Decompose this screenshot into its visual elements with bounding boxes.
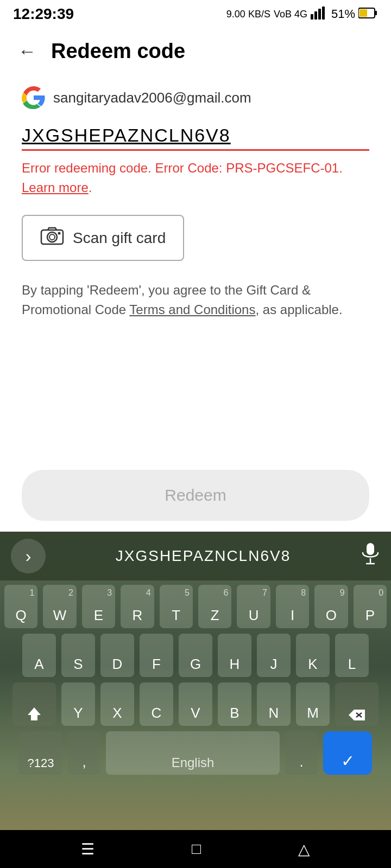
scan-gift-card-label: Scan gift card [73, 229, 166, 247]
key-L[interactable]: L [335, 634, 369, 677]
key-A[interactable]: A [22, 634, 56, 677]
key-Y[interactable]: Y [61, 682, 95, 726]
page-title: Redeem code [51, 40, 185, 63]
redeem-button-label: Redeem [165, 486, 226, 504]
error-text: Error redeeming code. Error Code: PRS-PG… [22, 161, 343, 175]
svg-marker-14 [28, 707, 41, 720]
account-email: sangitaryadav2006@gmail.com [53, 90, 251, 106]
key-G[interactable]: G [179, 634, 212, 677]
enter-key[interactable]: ✓ [323, 731, 372, 775]
nav-home-icon[interactable]: ☰ [81, 840, 94, 858]
svg-rect-5 [375, 11, 377, 15]
status-time: 12:29:39 [13, 5, 74, 23]
nav-recents-icon[interactable]: □ [192, 840, 201, 858]
key-F[interactable]: F [140, 634, 173, 677]
key-E[interactable]: 3E [82, 585, 115, 628]
key-O[interactable]: 9O [314, 585, 348, 628]
key-J[interactable]: J [257, 634, 291, 677]
keyboard-keys: 1Q 2W 3E 4R 5T 6Z 7U 8I 9O 0P A S D F G … [0, 580, 391, 775]
code-input[interactable] [22, 125, 369, 146]
svg-rect-3 [322, 7, 325, 20]
suggestion-expand-button[interactable]: › [11, 539, 46, 573]
back-button[interactable]: ← [13, 37, 41, 65]
content-area: sangitaryadav2006@gmail.com Error redeem… [0, 75, 391, 320]
key-Q[interactable]: 1Q [4, 585, 37, 628]
key-T[interactable]: 5T [160, 585, 193, 628]
network-type: VoB 4G [274, 9, 307, 20]
key-K[interactable]: K [296, 634, 330, 677]
status-icons: 9.00 KB/S VoB 4G 51% [226, 7, 378, 22]
num-toggle-key[interactable]: ?123 [19, 731, 62, 775]
learn-more-link[interactable]: Learn more [22, 180, 89, 195]
period-key[interactable]: . [285, 731, 318, 775]
terms-link[interactable]: Terms and Conditions [129, 302, 255, 317]
key-S[interactable]: S [61, 634, 95, 677]
key-W[interactable]: 2W [43, 585, 76, 628]
key-X[interactable]: X [100, 682, 134, 726]
code-input-wrapper[interactable] [22, 125, 369, 151]
svg-rect-1 [314, 11, 317, 20]
chevron-right-icon: › [26, 546, 31, 566]
signal-icon [311, 7, 328, 22]
svg-rect-2 [318, 9, 321, 20]
key-row-2: A S D F G H J K L [4, 634, 387, 677]
svg-rect-11 [367, 543, 374, 555]
key-H[interactable]: H [218, 634, 251, 677]
svg-marker-15 [349, 710, 365, 720]
key-D[interactable]: D [100, 634, 134, 677]
svg-point-8 [47, 232, 57, 242]
scan-gift-card-button[interactable]: Scan gift card [22, 215, 184, 261]
nav-back-icon[interactable]: △ [298, 840, 310, 858]
battery-icon [358, 7, 378, 22]
keyboard-area: › JXGSHEPAZNCLN6V8 1Q 2W 3E 4R 5T 6Z 7U … [0, 532, 391, 868]
terms-suffix: , as applicable. [255, 302, 342, 317]
key-row-1: 1Q 2W 3E 4R 5T 6Z 7U 8I 9O 0P [4, 585, 387, 628]
terms-text: By tapping 'Redeem', you agree to the Gi… [22, 280, 369, 320]
key-row-4: ?123 , English . ✓ [4, 731, 387, 775]
key-M[interactable]: M [296, 682, 330, 726]
key-R[interactable]: 4R [121, 585, 154, 628]
network-speed: 9.00 KB/S [226, 9, 270, 20]
key-V[interactable]: V [179, 682, 212, 726]
key-P[interactable]: 0P [354, 585, 387, 628]
shift-key[interactable] [12, 682, 56, 726]
error-message: Error redeeming code. Error Code: PRS-PG… [22, 158, 369, 197]
svg-rect-6 [360, 9, 367, 17]
svg-point-9 [49, 234, 55, 240]
key-N[interactable]: N [257, 682, 291, 726]
google-logo-icon [22, 86, 46, 110]
comma-key[interactable]: , [68, 731, 100, 775]
key-row-3: Y X C V B N M [4, 682, 387, 726]
spacebar-key[interactable]: English [106, 731, 280, 775]
key-Z[interactable]: 6Z [198, 585, 231, 628]
microphone-icon[interactable] [361, 542, 380, 571]
backspace-key[interactable] [335, 682, 379, 726]
spacebar-label: English [172, 755, 215, 770]
top-bar: ← Redeem code [0, 27, 391, 75]
battery-indicator: 51% [331, 7, 355, 21]
key-B[interactable]: B [218, 682, 251, 726]
status-bar: 12:29:39 9.00 KB/S VoB 4G 51% [0, 0, 391, 27]
suggestion-bar: › JXGSHEPAZNCLN6V8 [0, 532, 391, 580]
suggestion-text[interactable]: JXGSHEPAZNCLN6V8 [46, 547, 361, 565]
bottom-nav: ☰ □ △ [0, 830, 391, 868]
back-arrow-icon: ← [18, 41, 36, 62]
svg-point-10 [58, 232, 61, 235]
camera-icon [40, 226, 64, 250]
account-row: sangitaryadav2006@gmail.com [22, 86, 369, 110]
key-U[interactable]: 7U [237, 585, 270, 628]
key-I[interactable]: 8I [276, 585, 309, 628]
redeem-button[interactable]: Redeem [22, 470, 369, 521]
svg-rect-0 [311, 14, 313, 20]
key-C[interactable]: C [140, 682, 173, 726]
